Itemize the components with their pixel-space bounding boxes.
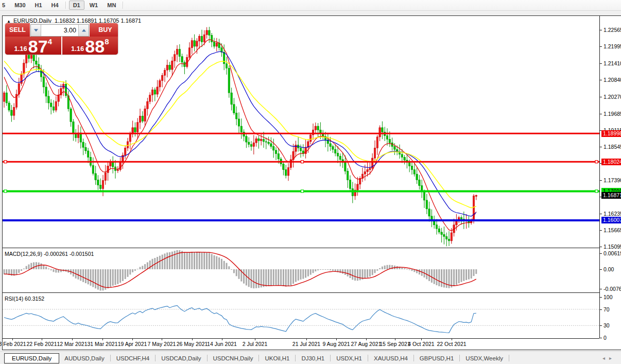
date-axis-tick <box>395 339 395 340</box>
timeframe-button-m30[interactable]: M30 <box>10 1 29 10</box>
volume-decrease-button[interactable] <box>31 25 41 36</box>
price-axis-label: 1.19685 <box>603 111 621 117</box>
tab-separator <box>368 355 368 361</box>
line-handle[interactable] <box>595 190 598 193</box>
timeframe-button-mn[interactable]: MN <box>103 1 120 10</box>
timeframe-button-5[interactable]: 5 <box>0 1 9 10</box>
macd-axis-label: 0.006193 <box>603 250 621 256</box>
line-handle[interactable] <box>4 190 7 193</box>
tab-usdx-h1[interactable]: USDX,H1 <box>333 354 365 363</box>
volume-input[interactable] <box>41 25 79 36</box>
price-tag-1.16871: 1.16871 <box>601 192 621 199</box>
price-axis-tick <box>600 230 602 231</box>
date-label: 7 May 2021 <box>148 341 176 347</box>
date-axis-tick <box>336 339 337 340</box>
date-label: 12 Mar 2021 <box>57 341 88 347</box>
rsi-axis-tick <box>600 297 602 298</box>
rsi-axis-tick <box>600 338 602 338</box>
price-axis-tick <box>600 114 602 114</box>
line-handle[interactable] <box>301 161 304 163</box>
buy-button[interactable]: BUY <box>90 23 118 37</box>
tab-xauusd-h4[interactable]: XAUUSD,H4 <box>371 354 411 363</box>
tab-usdchf-h4[interactable]: USDCHF,H4 <box>113 354 153 363</box>
date-label: 22 Feb 2021 <box>27 341 57 347</box>
timeframe-button-d1[interactable]: D1 <box>69 1 84 10</box>
tab-gbpusd-h1[interactable]: GBPUSD,H1 <box>417 354 457 363</box>
sell-price-box[interactable]: 1.16 87 4 <box>5 37 61 55</box>
rsi-line <box>4 305 476 333</box>
volume-increase-button[interactable] <box>79 25 89 36</box>
date-axis-tick <box>421 339 422 340</box>
tab-separator <box>207 355 208 361</box>
date-label: 15 Sep 2021 <box>380 341 410 347</box>
rsi-name: RSI(14) <box>5 296 23 302</box>
sell-button[interactable]: SELL <box>5 23 30 37</box>
line-handle[interactable] <box>4 161 7 163</box>
tab-eurusd-daily[interactable]: EURUSD,Daily <box>4 353 59 363</box>
date-label: 22 Oct 2021 <box>437 341 466 347</box>
date-label: 9 Aug 2021 <box>322 341 350 347</box>
tab-separator <box>258 355 259 361</box>
sell-price-big: 87 <box>28 39 48 54</box>
rsi-axis-label: 70 <box>603 306 610 313</box>
date-axis-tick <box>366 339 367 340</box>
price-axis[interactable]: 1.225651.219951.214101.208401.202701.196… <box>600 16 621 338</box>
sell-price-sup: 4 <box>48 37 52 46</box>
triangle-up-icon <box>82 29 86 32</box>
date-axis-tick <box>102 339 103 340</box>
rsi-label: RSI(14) 60.3152 <box>5 296 44 302</box>
rsi-axis-label: 30 <box>603 322 610 328</box>
tab-separator <box>509 355 509 361</box>
rsi-current-value: 60.3152 <box>25 296 44 302</box>
timeframe-button-h1[interactable]: H1 <box>31 1 46 10</box>
macd-current-values: -0.000261 -0.001501 <box>44 251 94 257</box>
line-handle[interactable] <box>595 161 598 163</box>
buy-price-big: 88 <box>85 39 105 54</box>
date-axis-tick <box>255 339 255 340</box>
tab-separator <box>110 355 111 361</box>
rsi-axis-label: 0 <box>603 335 607 341</box>
timeframe-toolbar: 5M30H1H4D1W1MN <box>0 0 621 11</box>
macd-axis-label: 0.00 <box>603 266 614 272</box>
buy-price-box[interactable]: 1.16 88 8 <box>62 37 118 55</box>
price-axis-label: 1.17390 <box>603 177 621 183</box>
timeframe-button-h4[interactable]: H4 <box>47 1 63 10</box>
mt4-terminal: { "toolbar":{ "timeframes":[ {"label":"5… <box>0 0 621 364</box>
date-label: 14 Jun 2021 <box>207 341 237 347</box>
date-axis[interactable]: 3 Feb 202122 Feb 202112 Mar 202131 Mar 2… <box>3 339 599 349</box>
tab-ukoil-h1[interactable]: UKOil,H1 <box>262 354 292 363</box>
macd-axis-tick <box>600 269 602 270</box>
tab-usdx-weekly[interactable]: USDX,Weekly <box>462 354 506 363</box>
price-axis-label: 1.15095 <box>603 244 621 250</box>
tab-separator <box>330 355 331 361</box>
date-axis-tick <box>72 339 73 340</box>
tab-scroll-left-arrow[interactable]: ◂ <box>602 355 609 361</box>
tab-scroll-arrows: ◂▸ <box>602 355 616 361</box>
tab-usdcad-daily[interactable]: USDCAD,Daily <box>158 354 204 363</box>
price-axis-tick <box>600 247 602 247</box>
macd-name: MACD(12,26,9) <box>5 251 42 257</box>
price-axis-tick <box>600 30 602 30</box>
date-label: 31 Mar 2021 <box>88 341 118 347</box>
date-axis-tick <box>222 339 222 340</box>
rsi-pane[interactable] <box>3 294 599 338</box>
line-handle[interactable] <box>301 190 304 193</box>
price-tag-1.18024: 1.18024 <box>601 159 621 165</box>
candles <box>3 27 477 246</box>
price-axis-tick <box>600 46 602 47</box>
macd-axis-tick <box>600 289 602 289</box>
buy-price-prefix: 1.16 <box>71 45 84 53</box>
tab-usdcnh-daily[interactable]: USDCNH,Daily <box>210 354 256 363</box>
symbol-tab-bar: EURUSD,DailyAUDUSD,DailyUSDCHF,H4USDCAD,… <box>0 351 621 364</box>
macd-axis-tick <box>600 253 602 254</box>
date-axis-tick <box>12 339 13 340</box>
timeframe-button-w1[interactable]: W1 <box>85 1 102 10</box>
price-axis-label: 1.20840 <box>603 77 621 83</box>
tab-separator <box>413 355 414 361</box>
tab-audusd-daily[interactable]: AUDUSD,Daily <box>61 354 107 363</box>
tab-separator <box>155 355 156 361</box>
tab-scroll-right-arrow[interactable]: ▸ <box>609 355 616 361</box>
date-label: 4 Oct 2021 <box>408 341 434 347</box>
tab-dj30-h1[interactable]: DJ30,H1 <box>298 354 327 363</box>
macd-label: MACD(12,26,9) -0.000261 -0.001501 <box>5 251 94 257</box>
